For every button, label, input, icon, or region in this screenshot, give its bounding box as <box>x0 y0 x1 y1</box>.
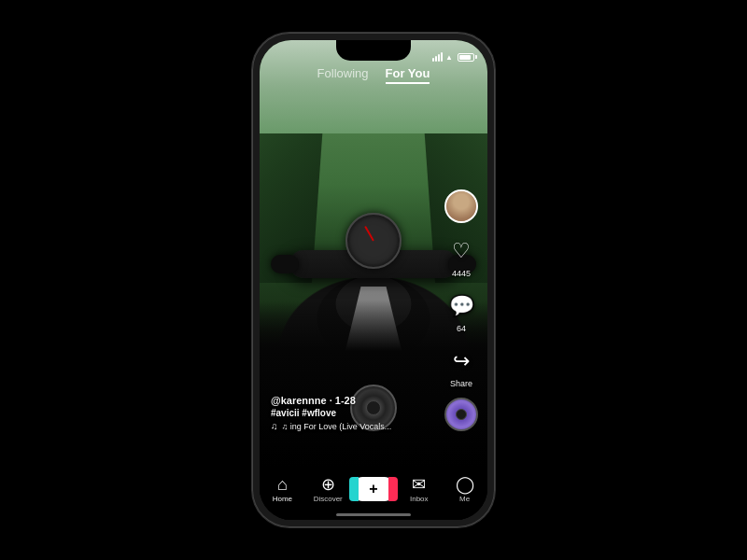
top-nav: Following For You <box>260 66 487 90</box>
wifi-icon: ▲ <box>445 53 453 62</box>
phone-screen: ▲ Following For You ♡ 4445 💬 64 <box>260 40 487 520</box>
comment-count: 64 <box>457 324 466 333</box>
right-actions: ♡ 4445 💬 64 ↪ Share <box>444 189 478 388</box>
video-info: @karennne · 1-28 #avicii #wflove ♫ ♫ ing… <box>271 395 431 431</box>
inbox-icon: ✉ <box>412 476 426 493</box>
discover-label: Discover <box>314 495 343 503</box>
speedometer <box>345 213 402 269</box>
bottom-nav: ⌂ Home ⊕ Discover + ✉ Inbox ◯ Me <box>260 466 487 520</box>
song-title: ♫ ing For Love (Live Vocals... <box>282 422 392 431</box>
comment-icon: 💬 <box>444 289 478 323</box>
home-icon: ⌂ <box>277 476 288 493</box>
status-icons: ▲ <box>432 52 474 62</box>
avatar-button[interactable] <box>444 189 478 223</box>
music-disc <box>444 398 478 431</box>
username: @karennne · 1-28 <box>271 395 431 406</box>
following-tab[interactable]: Following <box>317 66 369 84</box>
phone-frame: ▲ Following For You ♡ 4445 💬 64 <box>252 33 495 527</box>
nav-inbox[interactable]: ✉ Inbox <box>401 476 438 503</box>
comment-button[interactable]: 💬 64 <box>444 289 478 333</box>
nav-discover[interactable]: ⊕ Discover <box>309 476 346 503</box>
me-icon: ◯ <box>456 476 474 493</box>
share-label: Share <box>450 379 472 388</box>
song-info: ♫ ♫ ing For Love (Live Vocals... <box>271 421 431 431</box>
notch <box>336 40 411 61</box>
signal-bars <box>432 52 443 62</box>
heart-icon: ♡ <box>444 234 478 268</box>
plus-symbol: + <box>369 481 377 497</box>
nav-home[interactable]: ⌂ Home <box>263 476 301 503</box>
inbox-label: Inbox <box>410 495 429 503</box>
battery-icon <box>458 53 474 62</box>
like-count: 4445 <box>452 269 471 278</box>
home-indicator <box>336 513 411 516</box>
home-label: Home <box>273 495 292 503</box>
music-note-icon: ♫ <box>271 421 278 431</box>
for-you-tab[interactable]: For You <box>386 66 430 84</box>
nav-add[interactable]: + <box>355 477 392 501</box>
me-label: Me <box>459 495 470 503</box>
avatar-face <box>446 191 476 221</box>
share-button[interactable]: ↪ Share <box>444 344 478 388</box>
like-button[interactable]: ♡ 4445 <box>444 234 478 278</box>
share-icon: ↪ <box>444 344 478 378</box>
hashtags: #avicii #wflove <box>271 408 431 418</box>
discover-icon: ⊕ <box>321 476 335 493</box>
nav-me[interactable]: ◯ Me <box>446 476 484 503</box>
add-button[interactable]: + <box>355 477 392 501</box>
